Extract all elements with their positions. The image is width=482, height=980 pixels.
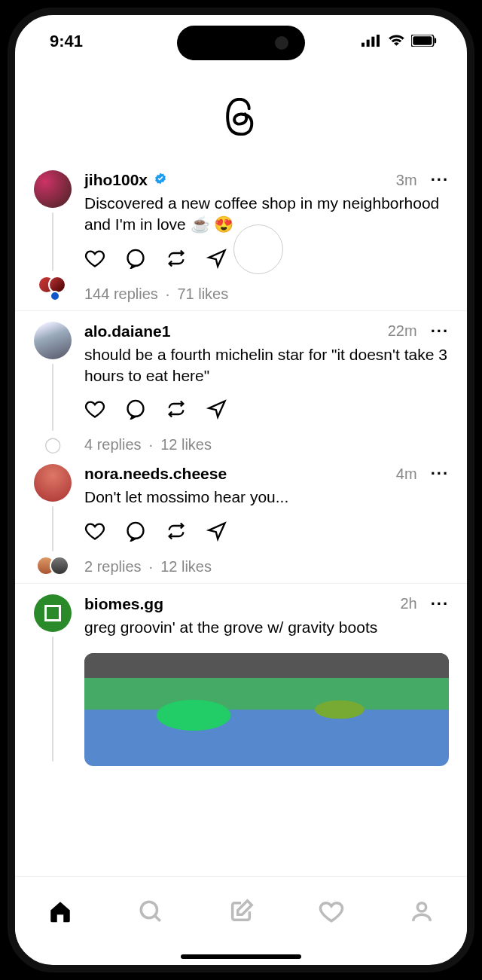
tab-profile-icon[interactable] (409, 899, 435, 927)
like-icon[interactable] (84, 248, 105, 272)
post-item[interactable]: ◯ alo.daiane1 22m ··· should be a fourth… (15, 311, 467, 454)
post-item[interactable]: jiho100x 3m ··· Discovered a new coffee … (15, 160, 467, 311)
wifi-icon (388, 32, 405, 51)
more-button[interactable]: ··· (431, 170, 449, 190)
post-text: Don't let mossimo hear you... (84, 484, 449, 515)
post-text: should be a fourth michelin star for "it… (84, 341, 449, 395)
tab-home-icon[interactable] (47, 899, 73, 927)
share-icon[interactable] (206, 248, 227, 272)
svg-rect-6 (435, 38, 436, 44)
username[interactable]: jiho100x (84, 171, 148, 189)
thread-line (52, 364, 53, 432)
thread-line (52, 637, 53, 762)
repost-icon[interactable] (166, 521, 187, 545)
replies-count[interactable]: 4 replies (84, 436, 142, 453)
tab-activity-icon[interactable] (319, 899, 344, 927)
replies-count[interactable]: 144 replies (84, 285, 158, 303)
avatar[interactable] (34, 170, 72, 208)
clock: 9:41 (50, 32, 83, 51)
cellular-icon (362, 32, 382, 51)
home-indicator[interactable] (15, 948, 467, 965)
avatar[interactable] (34, 322, 72, 359)
svg-rect-2 (372, 37, 375, 47)
reply-avatars (36, 556, 69, 575)
post-item[interactable]: nora.needs.cheese 4m ··· Don't let mossi… (15, 453, 467, 583)
svg-point-8 (128, 401, 144, 417)
more-button[interactable]: ··· (431, 594, 449, 614)
username[interactable]: nora.needs.cheese (84, 465, 227, 483)
comment-icon[interactable] (125, 398, 146, 423)
svg-point-9 (128, 523, 144, 539)
replies-count[interactable]: 2 replies (84, 558, 142, 575)
tab-search-icon[interactable] (138, 899, 163, 927)
comment-icon[interactable] (125, 248, 146, 272)
post-text: greg groovin' at the grove w/ gravity bo… (84, 614, 449, 646)
post-media[interactable] (84, 653, 449, 766)
comment-icon[interactable] (125, 521, 146, 545)
likes-count[interactable]: 12 likes (160, 436, 212, 453)
likes-count[interactable]: 12 likes (160, 558, 212, 575)
like-icon[interactable] (84, 398, 105, 423)
repost-icon[interactable] (166, 398, 187, 423)
more-button[interactable]: ··· (431, 464, 449, 484)
tab-compose-icon[interactable] (228, 899, 254, 927)
thread-end-icon: ◯ (44, 435, 61, 453)
thread-line (52, 212, 53, 271)
more-button[interactable]: ··· (431, 322, 449, 341)
svg-rect-1 (367, 40, 370, 47)
post-item[interactable]: biomes.gg 2h ··· greg groovin' at the gr… (15, 584, 467, 774)
feed-scroll[interactable]: jiho100x 3m ··· Discovered a new coffee … (15, 160, 467, 876)
svg-point-10 (141, 902, 157, 917)
avatar[interactable] (34, 464, 72, 502)
timestamp: 4m (396, 466, 417, 483)
verified-badge-icon (154, 172, 167, 188)
post-text: Discovered a new coffee shop in my neigh… (84, 190, 449, 243)
username[interactable]: biomes.gg (84, 595, 163, 613)
svg-rect-0 (362, 43, 365, 47)
reply-avatars (38, 276, 68, 303)
timestamp: 3m (396, 172, 417, 189)
username[interactable]: alo.daiane1 (84, 322, 170, 340)
thread-line (52, 506, 53, 551)
share-icon[interactable] (206, 521, 227, 545)
timestamp: 2h (400, 595, 416, 612)
svg-rect-5 (413, 36, 432, 44)
battery-icon (411, 32, 437, 51)
threads-logo-icon (224, 98, 258, 139)
device-notch (177, 26, 305, 60)
tab-bar (15, 876, 467, 948)
likes-count[interactable]: 71 likes (177, 285, 228, 303)
like-icon[interactable] (84, 521, 105, 545)
share-icon[interactable] (206, 398, 227, 423)
timestamp: 22m (388, 322, 417, 340)
svg-rect-3 (377, 35, 380, 47)
repost-icon[interactable] (166, 248, 187, 272)
avatar[interactable] (34, 594, 72, 632)
svg-point-11 (417, 902, 426, 911)
app-header (15, 68, 467, 160)
svg-point-7 (128, 250, 144, 266)
